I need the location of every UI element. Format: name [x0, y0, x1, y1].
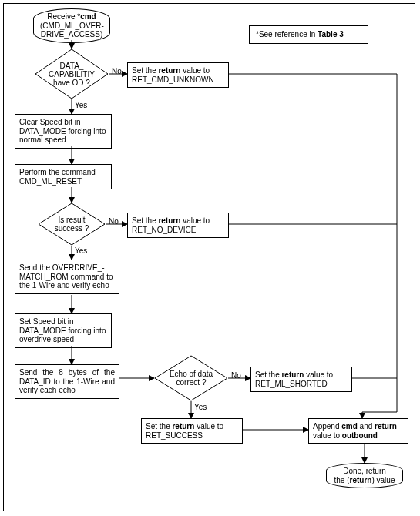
ap-t2: and [358, 422, 375, 431]
box-perform-reset: Perform the command CMD_ML_RESET [15, 164, 112, 189]
box-ret-success: Set the return value to RET_SUCCESS [141, 418, 243, 444]
r3-m: value to [304, 370, 333, 379]
box-ret-no-device: Set the return value to RET_NO_DEVICE [127, 213, 229, 238]
r1-p: Set the [132, 66, 158, 75]
ap-ret: return [375, 422, 397, 431]
r1-r: return [158, 66, 180, 75]
done-l1: Done, return [343, 467, 386, 475]
r4-v: RET_SUCCESS [146, 431, 203, 440]
decision-result-success: Is result success ? [38, 203, 106, 246]
ap-t1: Append [313, 422, 341, 431]
d1-no: No [112, 67, 122, 75]
note-text: *See reference in [256, 30, 318, 39]
r3-p: Set the [255, 370, 281, 379]
d2-yes: Yes [75, 246, 87, 255]
r3-r: return [281, 370, 304, 379]
box-set-speed-overdrive: Set Speed bit in DATA_MODE forcing into … [15, 313, 112, 348]
r2-r: return [158, 216, 180, 225]
d3-yes: Yes [194, 403, 207, 411]
decision-data-capability: DATA_ CAPABILITIY have OD ? [35, 49, 109, 99]
d1-yes: Yes [75, 101, 87, 109]
box-clear-speed: Clear Speed bit in DATA_MODE forcing int… [15, 114, 112, 149]
start-l3: DRIVE_ACCESS) [41, 30, 103, 39]
start-l2: (CMD_ML_OVER- [40, 22, 104, 30]
r2-v: RET_NO_DEVICE [132, 226, 196, 234]
done-l2a: the ( [334, 476, 350, 484]
r4-m: value to [194, 422, 223, 431]
ap-cmd: cmd [341, 422, 358, 431]
box-send-overdrive-match: Send the OVERDRIVE_- MATCH_ROM command t… [15, 260, 119, 294]
r4-r: return [172, 422, 194, 431]
done-terminator: Done, return the (return) value [326, 463, 403, 488]
ap-out: outbound [342, 431, 378, 440]
box-ret-cmd-unknown: Set the return value to RET_CMD_UNKNOWN [127, 62, 229, 88]
note-table-ref: Table 3 [318, 30, 344, 39]
start-l1b: cmd [80, 12, 96, 21]
r3-v: RET_ML_SHORTED [255, 380, 328, 388]
d2-label: Is result success ? [45, 216, 99, 233]
done-l2b: ) value [371, 476, 395, 484]
done-ret: return [350, 476, 372, 484]
start-l1p: Receive * [47, 12, 80, 21]
note-box: *See reference in Table 3 [249, 25, 368, 44]
d3-no: No [231, 371, 241, 380]
box-ret-ml-shorted: Set the return value to RET_ML_SHORTED [250, 367, 352, 392]
box-append-outbound: Append cmd and return value to outbound [308, 418, 408, 444]
start-terminator: Receive *cmd (CMD_ML_OVER- DRIVE_ACCESS) [33, 8, 110, 43]
box-send-8-bytes: Send the 8 bytes of the DATA_ID to the 1… [15, 364, 119, 399]
r2-p: Set the [132, 216, 158, 225]
decision-echo-correct: Echo of data correct ? [154, 355, 228, 401]
diagram-frame: *See reference in Table 3 Receive *cmd (… [3, 3, 415, 511]
d2-no: No [109, 217, 119, 226]
ap-t3: value to [313, 431, 342, 440]
d1-label: DATA_ CAPABILITIY have OD ? [42, 62, 102, 87]
d3-label: Echo of data correct ? [162, 370, 221, 387]
r2-m: value to [180, 216, 210, 225]
r1-m: value to [180, 66, 210, 75]
r1-v: RET_CMD_UNKNOWN [132, 75, 214, 84]
r4-p: Set the [146, 422, 172, 431]
